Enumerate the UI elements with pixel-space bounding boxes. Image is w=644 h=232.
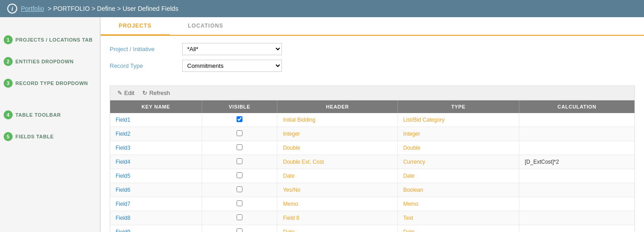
cell-visible	[202, 155, 277, 169]
cell-visible	[202, 183, 277, 197]
tabs-bar: PROJECTS LOCATIONS	[101, 17, 644, 36]
visible-checkbox[interactable]	[237, 186, 242, 192]
cell-type: Double	[397, 141, 519, 155]
side-label-4: 4 TABLE TOOLBAR	[0, 110, 100, 119]
cell-header: Memo	[277, 197, 397, 211]
cell-calculation	[519, 127, 634, 141]
cell-type: Date	[397, 225, 519, 232]
cell-header: Date	[277, 169, 397, 183]
cell-type: List/Bid Category	[397, 113, 519, 127]
cell-visible	[202, 211, 277, 225]
table-row: Field2IntegerInteger	[110, 127, 634, 141]
record-type-dropdown[interactable]: Commitments	[182, 60, 282, 72]
label-text-3: RECORD TYPE DROPDOWN	[15, 80, 88, 86]
badge-2: 2	[4, 57, 13, 66]
cell-key-name[interactable]: Field4	[110, 155, 202, 169]
cell-visible	[202, 141, 277, 155]
portfolio-link[interactable]: Portfolio	[21, 5, 44, 12]
cell-visible	[202, 113, 277, 127]
cell-header: Field 8	[277, 211, 397, 225]
breadcrumb-bar: i Portfolio > PORTFOLIO > Define > User …	[0, 0, 644, 17]
cell-calculation: [D_ExtCost]*2	[519, 155, 634, 169]
col-type: TYPE	[397, 100, 519, 113]
cell-key-name[interactable]: Field8	[110, 211, 202, 225]
cell-key-name[interactable]: Field6	[110, 183, 202, 197]
info-icon: i	[7, 4, 17, 14]
cell-key-name[interactable]: Field1	[110, 113, 202, 127]
refresh-icon: ↻	[142, 90, 147, 96]
visible-checkbox[interactable]	[237, 200, 242, 206]
badge-4: 4	[4, 110, 13, 119]
cell-key-name[interactable]: Field7	[110, 197, 202, 211]
cell-key-name[interactable]: Field3	[110, 141, 202, 155]
badge-5: 5	[4, 132, 13, 141]
cell-visible	[202, 169, 277, 183]
visible-checkbox[interactable]	[237, 144, 242, 150]
table-row: Field5DateDate	[110, 169, 634, 183]
label-text-2: ENTITIES DROPDOWN	[15, 59, 74, 64]
cell-header: Integer	[277, 127, 397, 141]
record-type-filter-row: Record Type Commitments	[110, 60, 635, 72]
cell-visible	[202, 225, 277, 232]
table-row: Field4Double Ext. CostCurrency[D_ExtCost…	[110, 155, 634, 169]
cell-type: Currency	[397, 155, 519, 169]
cell-calculation	[519, 225, 634, 232]
visible-checkbox[interactable]	[237, 214, 242, 220]
table-row: Field8Field 8Text	[110, 211, 634, 225]
label-text-4: TABLE TOOLBAR	[15, 112, 61, 118]
table-row: Field9DateDate	[110, 225, 634, 232]
visible-checkbox[interactable]	[237, 116, 242, 122]
cell-visible	[202, 127, 277, 141]
table-toolbar: ✎ Edit ↻ Refresh	[110, 85, 635, 100]
tab-locations[interactable]: LOCATIONS	[169, 17, 241, 36]
side-label-2: 2 ENTITIES DROPDOWN	[0, 57, 100, 66]
edit-icon: ✎	[117, 90, 122, 96]
badge-3: 3	[4, 79, 13, 88]
cell-type: Boolean	[397, 183, 519, 197]
cell-key-name[interactable]: Field9	[110, 225, 202, 232]
fields-table-wrapper: KEY NAME VISIBLE HEADER TYPE CALCULATION…	[110, 100, 635, 232]
edit-button[interactable]: ✎ Edit	[115, 89, 137, 97]
cell-key-name[interactable]: Field2	[110, 127, 202, 141]
visible-checkbox[interactable]	[237, 228, 242, 232]
table-row: Field3DoubleDouble	[110, 141, 634, 155]
label-text-1: PROJECTS / LOCATIONS TAB	[15, 37, 92, 43]
cell-header: Initial Bidding	[277, 113, 397, 127]
edit-label: Edit	[124, 90, 134, 96]
visible-checkbox[interactable]	[237, 158, 242, 164]
col-calculation: CALCULATION	[519, 100, 634, 113]
cell-visible	[202, 197, 277, 211]
breadcrumb-path: > PORTFOLIO > Define > User Defined Fiel…	[48, 5, 178, 12]
col-key-name: KEY NAME	[110, 100, 202, 113]
cell-header: Double Ext. Cost	[277, 155, 397, 169]
cell-type: Memo	[397, 197, 519, 211]
fields-table: KEY NAME VISIBLE HEADER TYPE CALCULATION…	[110, 100, 634, 232]
entity-filter-row: Project / Initiative *All*	[110, 43, 635, 55]
record-type-label: Record Type	[110, 62, 182, 69]
cell-key-name[interactable]: Field5	[110, 169, 202, 183]
cell-header: Yes/No	[277, 183, 397, 197]
col-header: HEADER	[277, 100, 397, 113]
side-label-5: 5 FIELDS TABLE	[0, 132, 100, 141]
entity-dropdown[interactable]: *All*	[182, 43, 282, 55]
cell-header: Double	[277, 141, 397, 155]
tab-projects[interactable]: PROJECTS	[101, 17, 169, 36]
table-row: Field7MemoMemo	[110, 197, 634, 211]
cell-calculation	[519, 113, 634, 127]
cell-calculation	[519, 183, 634, 197]
refresh-button[interactable]: ↻ Refresh	[140, 89, 173, 97]
cell-calculation	[519, 197, 634, 211]
cell-calculation	[519, 141, 634, 155]
visible-checkbox[interactable]	[237, 172, 242, 178]
content-area: PROJECTS LOCATIONS Project / Initiative …	[100, 17, 644, 232]
refresh-label: Refresh	[149, 90, 170, 96]
table-row: Field6Yes/NoBoolean	[110, 183, 634, 197]
cell-calculation	[519, 169, 634, 183]
cell-type: Date	[397, 169, 519, 183]
visible-checkbox[interactable]	[237, 130, 242, 136]
side-label-3: 3 RECORD TYPE DROPDOWN	[0, 79, 100, 88]
cell-calculation	[519, 211, 634, 225]
side-labels-panel: 1 PROJECTS / LOCATIONS TAB 2 ENTITIES DR…	[0, 17, 100, 232]
badge-1: 1	[4, 35, 13, 44]
entity-label: Project / Initiative	[110, 46, 182, 52]
